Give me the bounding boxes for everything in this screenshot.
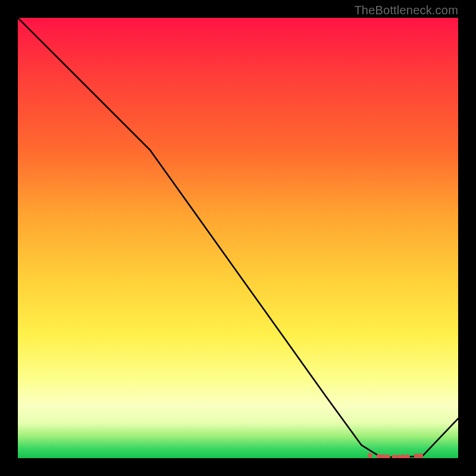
marker-dot — [386, 455, 390, 458]
marker-dot — [401, 455, 406, 458]
chart-frame: TheBottleneck.com — [0, 0, 476, 476]
chart-line — [18, 18, 458, 458]
plot-area — [18, 18, 458, 458]
chart-markers — [368, 453, 423, 458]
chart-svg — [18, 18, 458, 458]
marker-dot — [414, 453, 419, 458]
marker-dot — [377, 454, 381, 458]
marker-dot — [396, 455, 401, 458]
attribution-text: TheBottleneck.com — [354, 4, 458, 17]
marker-dot — [368, 453, 372, 458]
marker-dot — [392, 455, 397, 458]
marker-dot — [381, 454, 386, 458]
marker-dot — [405, 455, 410, 458]
marker-dot — [418, 453, 423, 458]
